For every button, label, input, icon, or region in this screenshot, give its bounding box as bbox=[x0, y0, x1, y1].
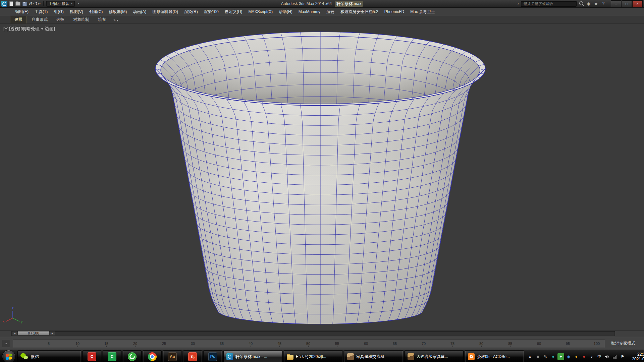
frame-label-85: 85 bbox=[508, 342, 512, 346]
pinned-app-c-red-icon[interactable]: C bbox=[83, 350, 101, 362]
communication-center-icon[interactable]: ◉ bbox=[586, 1, 591, 6]
taskbar-window-acdsee[interactable]: 茶杯05 - ACDSe... bbox=[465, 350, 524, 362]
viewport-canvas[interactable] bbox=[0, 24, 644, 330]
tab-modeling[interactable]: 建模 bbox=[10, 16, 27, 23]
tray-network-icon[interactable] bbox=[611, 353, 618, 360]
menu-modifiers[interactable]: 修改器(M) bbox=[106, 8, 130, 16]
tray-app-icon-2[interactable]: ● bbox=[550, 353, 556, 360]
tray-app-icon-1[interactable]: ■ bbox=[534, 353, 541, 360]
taskbar-clock[interactable]: 22:33 2021-02-07 bbox=[628, 352, 644, 361]
wechat-label: 微信 bbox=[31, 354, 39, 360]
infocenter-search-input[interactable] bbox=[521, 1, 577, 7]
page-icon bbox=[9, 1, 13, 6]
tray-app-icon-4[interactable]: ● bbox=[573, 353, 580, 360]
taskbar-window-explorer[interactable]: E:\天竹2020\邓... bbox=[284, 350, 343, 362]
pinned-app-wan-icon[interactable]: 丸 bbox=[183, 350, 202, 362]
frame-label-5: 5 bbox=[48, 342, 50, 346]
menu-graph-editors[interactable]: 图形编辑器(D) bbox=[149, 8, 181, 16]
window-label: E:\天竹2020\邓... bbox=[296, 354, 326, 360]
tab-object-paint[interactable]: 对象绘制 bbox=[69, 16, 93, 23]
time-slider-track[interactable]: ◄ 0 / 100 ► bbox=[11, 331, 615, 336]
menu-slim-archive[interactable]: 极速瘦身安全归档5.2 bbox=[337, 8, 381, 16]
favorites-star-icon[interactable]: ★ bbox=[593, 1, 599, 6]
chrome-icon bbox=[148, 352, 157, 361]
workspace-dropdown[interactable]: 工作区: 默认 ▾ bbox=[46, 1, 75, 7]
viewport-shading-menu[interactable]: [明暗处理 + 边面] bbox=[20, 26, 55, 31]
chevron-down-icon: ▾ bbox=[39, 2, 41, 5]
time-slider-handle[interactable]: 0 / 100 bbox=[18, 331, 49, 335]
menu-tools[interactable]: 工具(T) bbox=[32, 8, 51, 16]
frame-tick-20 bbox=[135, 346, 136, 347]
minimize-button[interactable]: – bbox=[611, 0, 621, 7]
frame-tick-60 bbox=[366, 346, 366, 347]
menu-views[interactable]: 视图(V) bbox=[67, 8, 86, 16]
menu-xuanran100[interactable]: 渲染100 bbox=[201, 8, 222, 16]
save-file-icon[interactable] bbox=[21, 1, 28, 7]
pinned-photoshop-icon[interactable]: Ps bbox=[203, 350, 222, 362]
viewport-general-menu[interactable]: [+] bbox=[3, 26, 8, 31]
quick-access-toolbar: ↺▾ ↻▾ 工作区: 默认 ▾ ▾ bbox=[0, 1, 82, 7]
chevron-down-icon: ▾ bbox=[71, 2, 72, 5]
pinned-browser-green-icon[interactable] bbox=[123, 350, 142, 362]
start-button[interactable] bbox=[2, 350, 15, 362]
infocenter-expand-icon[interactable]: › bbox=[518, 1, 519, 6]
windows-logo-icon bbox=[6, 354, 12, 360]
redo-icon[interactable]: ↻▾ bbox=[35, 1, 41, 7]
menu-help[interactable]: 帮助(H) bbox=[276, 8, 296, 16]
menu-create[interactable]: 创建(C) bbox=[86, 8, 106, 16]
menu-max-antivirus[interactable]: Max 杀毒卫士 bbox=[407, 8, 438, 16]
folder-icon bbox=[15, 2, 20, 6]
frame-label-10: 10 bbox=[75, 342, 79, 346]
browser-green-icon bbox=[128, 352, 137, 361]
menu-customize[interactable]: 自定义(U) bbox=[222, 8, 246, 16]
show-hidden-icons-button[interactable]: ▲ bbox=[527, 353, 533, 360]
tray-volume-icon[interactable] bbox=[604, 353, 610, 360]
taskbar-window-furniture[interactable]: 古色高级家具建... bbox=[405, 350, 464, 362]
close-button[interactable]: × bbox=[632, 0, 643, 7]
tray-app-icon-5[interactable]: ● bbox=[581, 353, 587, 360]
tray-ime-indicator[interactable]: 中 bbox=[596, 353, 603, 360]
mini-curve-editor-button[interactable]: ≈ bbox=[2, 340, 10, 347]
taskbar-window-chat-group[interactable]: 家具建模交流群 bbox=[344, 350, 403, 362]
infocenter: › ◉ ★ ? – □ × bbox=[518, 0, 644, 7]
track-bar[interactable]: 5101520253035404550556065707580859095100 bbox=[13, 339, 605, 348]
toolbar-overflow-icon[interactable]: ▾ bbox=[75, 1, 82, 7]
pinned-chrome-icon[interactable] bbox=[143, 350, 162, 362]
undo-icon[interactable]: ↺▾ bbox=[28, 1, 34, 7]
help-icon[interactable]: ? bbox=[601, 1, 606, 6]
tray-music-icon[interactable]: ♪ bbox=[588, 353, 595, 360]
pinned-audition-icon[interactable]: Au bbox=[163, 350, 182, 362]
menu-maxscript[interactable]: MAXScript(X) bbox=[245, 8, 276, 16]
new-scene-icon[interactable] bbox=[8, 1, 14, 7]
tray-app-icon-3[interactable]: ◆ bbox=[565, 353, 572, 360]
pinned-app-c-green-icon[interactable]: C bbox=[103, 350, 121, 362]
separator bbox=[43, 1, 44, 6]
perspective-viewport[interactable]: [+][透视][明暗处理 + 边面] bbox=[0, 24, 644, 330]
menu-group[interactable]: 组(G) bbox=[51, 8, 66, 16]
tab-populate[interactable]: 填充 bbox=[94, 16, 110, 23]
cancel-expert-mode-button[interactable]: 取消专家模式 bbox=[608, 341, 644, 346]
maximize-button[interactable]: □ bbox=[622, 0, 632, 7]
photo-icon bbox=[347, 353, 354, 360]
3dsmax-logo-icon[interactable] bbox=[1, 1, 7, 7]
taskbar-wechat-button[interactable]: 微信 bbox=[17, 350, 81, 362]
search-icon[interactable] bbox=[579, 1, 584, 6]
open-file-icon[interactable] bbox=[15, 1, 21, 7]
previous-frame-button[interactable]: ◄ bbox=[12, 331, 17, 335]
menu-maxmummy[interactable]: MaxMummy bbox=[296, 8, 323, 16]
tray-action-center-flag-icon[interactable]: ⚑ bbox=[619, 353, 626, 360]
menu-phoenixfd[interactable]: PhoenixFD bbox=[381, 8, 407, 16]
menu-rendering[interactable]: 渲染(R) bbox=[181, 8, 201, 16]
tab-freeform[interactable]: 自由形式 bbox=[28, 16, 52, 23]
window-controls: – □ × bbox=[611, 0, 643, 7]
tray-security-icon[interactable]: + bbox=[557, 353, 564, 360]
ribbon-minimize-icon[interactable]: ✎ ▾ bbox=[111, 19, 121, 23]
next-frame-button[interactable]: ► bbox=[50, 331, 55, 335]
menu-xuanyun[interactable]: 渲云 bbox=[323, 8, 337, 16]
taskbar-window-3dsmax[interactable]: 轩荣茶杯.max - ... bbox=[223, 350, 282, 362]
viewport-pov-menu[interactable]: [透视] bbox=[9, 26, 20, 31]
tab-selection[interactable]: 选择 bbox=[52, 16, 68, 23]
tray-pen-input-icon[interactable]: ✎ bbox=[542, 353, 549, 360]
menu-edit[interactable]: 编辑(E) bbox=[12, 8, 32, 16]
menu-animation[interactable]: 动画(A) bbox=[130, 8, 149, 16]
